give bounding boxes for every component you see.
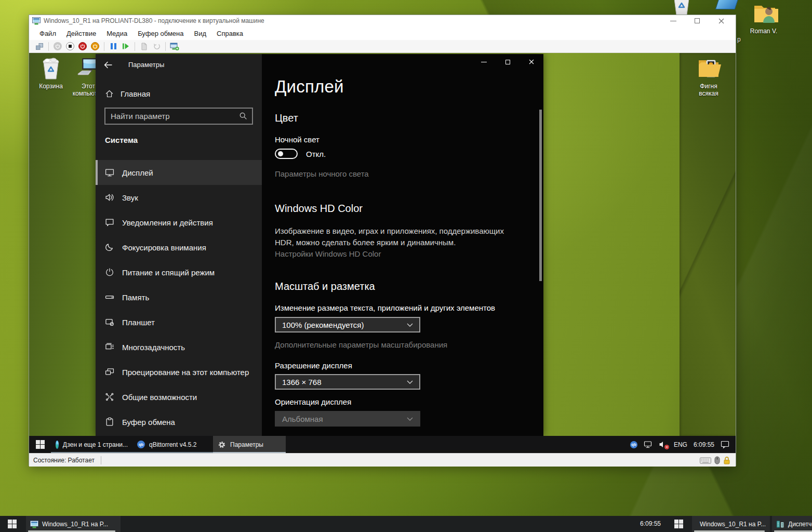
pause-icon	[111, 43, 116, 49]
vm-taskbar-button-edge[interactable]: Дзен и еще 1 страни...	[51, 436, 132, 453]
host-taskbar-button-taskmgr[interactable]: Диспетчер	[772, 516, 812, 532]
hdr-description-line1: Изображение в видео, играх и приложениях…	[275, 225, 504, 237]
advanced-scaling-link[interactable]: Дополнительные параметры масштабирования	[275, 340, 447, 349]
shut-down-vm-button[interactable]	[77, 41, 88, 51]
settings-app-title: Параметры	[128, 61, 164, 69]
vm-language-indicator[interactable]: ENG	[674, 441, 687, 448]
menu-media[interactable]: Медиа	[101, 28, 132, 39]
enhanced-session-icon	[170, 42, 179, 51]
qbittorrent-tray-icon[interactable]: qb	[630, 441, 637, 448]
host-user-folder-icon[interactable]: Roman V.	[745, 1, 782, 35]
stop-icon	[69, 45, 72, 48]
host-clock[interactable]: 6:09:55	[622, 516, 661, 532]
vm-maximize-button[interactable]	[693, 17, 701, 25]
sidebar-item-multitasking[interactable]: Многозадачность	[96, 335, 262, 360]
play-step-icon	[122, 43, 129, 50]
chevron-down-icon	[407, 380, 413, 384]
lock-icon	[723, 456, 730, 464]
clipboard-icon	[105, 417, 114, 427]
menu-action[interactable]: Действие	[61, 28, 101, 39]
scale-dropdown[interactable]: 100% (рекомендуется)	[275, 317, 420, 332]
enhanced-session-button[interactable]	[169, 41, 180, 51]
power-icon	[55, 44, 60, 49]
back-button[interactable]	[103, 60, 113, 70]
vm-window-statusbar: Состояние: Работает	[29, 453, 736, 467]
vm-window-titlebar[interactable]: Windows_10_R1 на PROLIANT-DL380 - подклю…	[29, 15, 736, 26]
search-input[interactable]	[104, 108, 253, 125]
host-start-button[interactable]	[0, 516, 24, 532]
gear-icon	[218, 441, 226, 449]
vm-taskbar-button-qbittorrent[interactable]: qb qBittorrent v4.5.2	[132, 436, 213, 453]
start-vm-button[interactable]	[52, 41, 63, 51]
settings-maximize-button[interactable]	[496, 54, 520, 70]
sidebar-item-projecting[interactable]: Проецирование на этот компьютер	[96, 360, 262, 384]
sidebar-item-sound[interactable]: Звук	[96, 185, 262, 210]
host-taskbar-button-label: Windows_10_R1 на P...	[42, 521, 108, 528]
mute-badge-icon	[664, 445, 669, 449]
save-vm-button[interactable]	[90, 41, 100, 51]
vm-window-title: Windows_10_R1 на PROLIANT-DL380 - подклю…	[44, 17, 669, 24]
host-taskbar-button-vm-2[interactable]: Windows_10_R1 на P...	[692, 516, 770, 532]
menu-help[interactable]: Справка	[211, 28, 248, 39]
vm-connect-icon	[32, 17, 41, 25]
ctrl-alt-del-button[interactable]	[34, 41, 45, 51]
vm-recycle-bin-icon[interactable]: Корзина	[32, 56, 70, 90]
vm-start-button[interactable]	[29, 436, 51, 453]
edge-icon	[56, 441, 59, 449]
vm-wallpaper-fold	[680, 53, 736, 436]
sidebar-item-power-sleep[interactable]: Питание и спящий режим	[96, 260, 262, 285]
vm-minimize-button[interactable]	[669, 17, 677, 25]
scale-label: Изменение размера текста, приложений и д…	[275, 303, 495, 312]
sidebar-item-display[interactable]: Дисплей	[96, 160, 262, 185]
menu-file[interactable]: Файл	[34, 28, 61, 39]
windows-logo-icon	[36, 440, 45, 449]
scrollbar-thumb[interactable]	[539, 110, 542, 281]
sidebar-item-notifications[interactable]: Уведомления и действия	[96, 210, 262, 235]
menu-clipboard[interactable]: Буфер обмена	[132, 28, 189, 39]
orientation-dropdown: Альбомная	[275, 411, 420, 427]
action-center-icon[interactable]	[721, 441, 729, 448]
vm-desktop: Корзина Этот компьютер	[29, 53, 736, 453]
settings-minimize-button[interactable]	[472, 54, 496, 70]
hdr-description-line2: HDR, можно сделать более ярким и динамич…	[275, 237, 504, 248]
sidebar-item-home[interactable]: Главная	[96, 85, 262, 103]
host-start-button-monitor2[interactable]	[667, 516, 690, 532]
checkpoint-button[interactable]	[139, 41, 149, 51]
menu-view[interactable]: Вид	[189, 28, 211, 39]
sidebar-item-clipboard[interactable]: Буфер обмена	[96, 409, 262, 434]
vm-folder-icon[interactable]: Фигня всякая	[690, 56, 727, 97]
host-taskbar-button-vm-1[interactable]: Windows_10_R1 на P...	[26, 516, 121, 532]
host-partial-blue-icon[interactable]	[715, 0, 739, 9]
hdr-settings-link[interactable]: Настройки Windows HD Color	[275, 249, 381, 258]
resolution-dropdown[interactable]: 1366 × 768	[275, 374, 420, 390]
pause-vm-button[interactable]	[108, 41, 118, 51]
night-light-toggle[interactable]	[275, 149, 298, 159]
power-icon	[105, 268, 114, 277]
revert-button[interactable]	[151, 41, 162, 51]
notifications-icon	[105, 218, 114, 227]
sidebar-item-focus-assist[interactable]: Фокусировка внимания	[96, 235, 262, 260]
night-light-label: Ночной свет	[275, 135, 320, 144]
reset-vm-button[interactable]	[121, 41, 131, 51]
settings-close-button[interactable]	[520, 54, 543, 70]
vm-clock[interactable]: 6:09:55	[694, 441, 714, 448]
sidebar-home-label: Главная	[121, 89, 150, 98]
host-desktop: Roman V. p Windows_10_R1 на PROLIANT-DL3…	[0, 0, 812, 532]
windows-logo-icon	[674, 520, 683, 528]
vm-connection-window: Windows_10_R1 на PROLIANT-DL380 - подклю…	[29, 15, 736, 466]
vm-recycle-bin-label: Корзина	[32, 83, 70, 90]
folder-with-pictures-icon	[696, 56, 721, 81]
chevron-down-icon	[407, 323, 413, 327]
sidebar-item-shared-experiences[interactable]: Общие возможности	[96, 384, 262, 409]
vm-taskbar-button-settings[interactable]: Параметры	[213, 436, 286, 453]
vm-menubar: Файл Действие Медиа Буфер обмена Вид Спр…	[29, 26, 736, 40]
sidebar-item-storage[interactable]: Память	[96, 285, 262, 310]
recycle-bin-icon	[38, 56, 63, 81]
sidebar-item-tablet[interactable]: Планшет	[96, 310, 262, 335]
turn-off-vm-button[interactable]	[65, 41, 75, 51]
network-icon[interactable]	[644, 441, 653, 448]
night-light-settings-link[interactable]: Параметры ночного света	[275, 169, 369, 178]
volume-muted-icon[interactable]	[659, 441, 668, 448]
settings-window: Параметры Главная	[96, 54, 543, 436]
vm-close-button[interactable]	[717, 17, 725, 25]
